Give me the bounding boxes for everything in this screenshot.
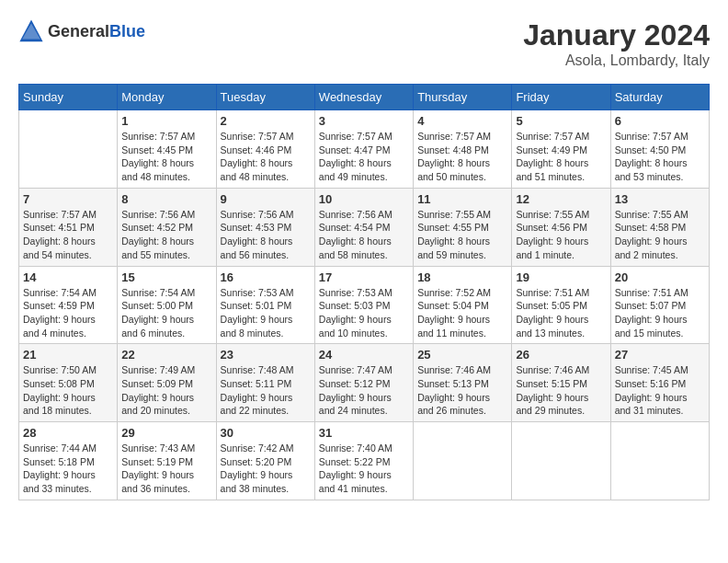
day-number: 3 (319, 114, 409, 128)
calendar-cell: 3Sunrise: 7:57 AMSunset: 4:47 PMDaylight… (314, 110, 413, 189)
day-info: Sunrise: 7:55 AMSunset: 4:56 PMDaylight:… (516, 208, 606, 262)
day-info: Sunrise: 7:55 AMSunset: 4:55 PMDaylight:… (417, 208, 507, 262)
calendar-cell: 10Sunrise: 7:56 AMSunset: 4:54 PMDayligh… (314, 188, 413, 266)
calendar-week-row: 14Sunrise: 7:54 AMSunset: 4:59 PMDayligh… (19, 266, 710, 344)
day-info: Sunrise: 7:44 AMSunset: 5:18 PMDaylight:… (23, 442, 113, 496)
calendar-cell: 16Sunrise: 7:53 AMSunset: 5:01 PMDayligh… (216, 266, 314, 344)
day-number: 1 (121, 114, 211, 128)
day-info: Sunrise: 7:57 AMSunset: 4:49 PMDaylight:… (516, 130, 606, 184)
day-of-week-header: Thursday (414, 85, 512, 110)
calendar-cell: 22Sunrise: 7:49 AMSunset: 5:09 PMDayligh… (118, 344, 216, 422)
day-number: 5 (516, 114, 606, 128)
calendar-cell: 4Sunrise: 7:57 AMSunset: 4:48 PMDaylight… (414, 110, 512, 189)
day-info: Sunrise: 7:42 AMSunset: 5:20 PMDaylight:… (221, 442, 311, 496)
day-info: Sunrise: 7:45 AMSunset: 5:16 PMDaylight:… (615, 363, 705, 418)
day-info: Sunrise: 7:55 AMSunset: 4:58 PMDaylight:… (615, 208, 705, 262)
day-info: Sunrise: 7:46 AMSunset: 5:13 PMDaylight:… (417, 363, 507, 418)
calendar-cell: 29Sunrise: 7:43 AMSunset: 5:19 PMDayligh… (118, 422, 216, 500)
page-header: GeneralBlue January 2024 Asola, Lombardy… (18, 18, 710, 69)
calendar-week-row: 1Sunrise: 7:57 AMSunset: 4:45 PMDaylight… (19, 110, 710, 189)
day-info: Sunrise: 7:51 AMSunset: 5:05 PMDaylight:… (516, 286, 606, 340)
calendar-cell: 13Sunrise: 7:55 AMSunset: 4:58 PMDayligh… (610, 188, 709, 266)
day-number: 23 (221, 348, 311, 362)
day-number: 14 (23, 270, 113, 284)
logo-icon (18, 18, 44, 44)
day-info: Sunrise: 7:54 AMSunset: 5:00 PMDaylight:… (121, 286, 211, 340)
day-info: Sunrise: 7:49 AMSunset: 5:09 PMDaylight:… (121, 363, 211, 418)
day-info: Sunrise: 7:46 AMSunset: 5:15 PMDaylight:… (516, 363, 606, 418)
calendar-cell: 6Sunrise: 7:57 AMSunset: 4:50 PMDaylight… (610, 110, 709, 189)
svg-marker-1 (22, 24, 40, 40)
day-of-week-header: Monday (118, 85, 216, 110)
day-info: Sunrise: 7:40 AMSunset: 5:22 PMDaylight:… (319, 442, 409, 496)
day-number: 15 (121, 270, 211, 284)
day-number: 26 (516, 348, 606, 362)
day-number: 8 (121, 192, 211, 206)
calendar-week-row: 7Sunrise: 7:57 AMSunset: 4:51 PMDaylight… (19, 188, 710, 266)
calendar-cell: 8Sunrise: 7:56 AMSunset: 4:52 PMDaylight… (118, 188, 216, 266)
calendar-cell (19, 110, 118, 189)
day-info: Sunrise: 7:57 AMSunset: 4:46 PMDaylight:… (221, 130, 311, 184)
day-info: Sunrise: 7:54 AMSunset: 4:59 PMDaylight:… (23, 286, 113, 340)
calendar-cell: 15Sunrise: 7:54 AMSunset: 5:00 PMDayligh… (118, 266, 216, 344)
calendar-table: SundayMondayTuesdayWednesdayThursdayFrid… (18, 84, 710, 500)
day-number: 4 (417, 114, 507, 128)
day-number: 9 (221, 192, 311, 206)
day-info: Sunrise: 7:57 AMSunset: 4:51 PMDaylight:… (23, 208, 113, 262)
day-number: 28 (23, 426, 113, 440)
day-info: Sunrise: 7:51 AMSunset: 5:07 PMDaylight:… (615, 286, 705, 340)
calendar-cell: 11Sunrise: 7:55 AMSunset: 4:55 PMDayligh… (414, 188, 512, 266)
day-info: Sunrise: 7:47 AMSunset: 5:12 PMDaylight:… (319, 363, 409, 418)
day-info: Sunrise: 7:50 AMSunset: 5:08 PMDaylight:… (23, 363, 113, 418)
day-info: Sunrise: 7:56 AMSunset: 4:52 PMDaylight:… (121, 208, 211, 262)
day-number: 29 (121, 426, 211, 440)
calendar-cell: 7Sunrise: 7:57 AMSunset: 4:51 PMDaylight… (19, 188, 118, 266)
logo: GeneralBlue (18, 18, 145, 44)
day-info: Sunrise: 7:57 AMSunset: 4:45 PMDaylight:… (121, 130, 211, 184)
calendar-cell: 14Sunrise: 7:54 AMSunset: 4:59 PMDayligh… (19, 266, 118, 344)
day-number: 7 (23, 192, 113, 206)
calendar-cell (414, 422, 512, 500)
logo-text-general: General (48, 22, 109, 40)
day-number: 6 (615, 114, 705, 128)
day-number: 25 (417, 348, 507, 362)
calendar-cell: 23Sunrise: 7:48 AMSunset: 5:11 PMDayligh… (216, 344, 314, 422)
day-number: 30 (221, 426, 311, 440)
day-number: 22 (121, 348, 211, 362)
day-number: 13 (615, 192, 705, 206)
day-of-week-header: Saturday (610, 85, 709, 110)
day-info: Sunrise: 7:52 AMSunset: 5:04 PMDaylight:… (417, 286, 507, 340)
day-info: Sunrise: 7:53 AMSunset: 5:03 PMDaylight:… (319, 286, 409, 340)
calendar-title: January 2024 (523, 18, 710, 52)
calendar-header-row: SundayMondayTuesdayWednesdayThursdayFrid… (19, 85, 710, 110)
day-number: 31 (319, 426, 409, 440)
day-number: 17 (319, 270, 409, 284)
calendar-cell: 17Sunrise: 7:53 AMSunset: 5:03 PMDayligh… (314, 266, 413, 344)
day-of-week-header: Sunday (19, 85, 118, 110)
day-number: 2 (221, 114, 311, 128)
day-number: 18 (417, 270, 507, 284)
calendar-cell (610, 422, 709, 500)
calendar-cell: 9Sunrise: 7:56 AMSunset: 4:53 PMDaylight… (216, 188, 314, 266)
day-number: 21 (23, 348, 113, 362)
calendar-cell: 18Sunrise: 7:52 AMSunset: 5:04 PMDayligh… (414, 266, 512, 344)
day-of-week-header: Wednesday (314, 85, 413, 110)
day-info: Sunrise: 7:48 AMSunset: 5:11 PMDaylight:… (221, 363, 311, 418)
calendar-location: Asola, Lombardy, Italy (523, 52, 710, 69)
calendar-cell: 26Sunrise: 7:46 AMSunset: 5:15 PMDayligh… (512, 344, 610, 422)
calendar-cell: 24Sunrise: 7:47 AMSunset: 5:12 PMDayligh… (314, 344, 413, 422)
calendar-cell: 1Sunrise: 7:57 AMSunset: 4:45 PMDaylight… (118, 110, 216, 189)
day-of-week-header: Tuesday (216, 85, 314, 110)
day-info: Sunrise: 7:57 AMSunset: 4:48 PMDaylight:… (417, 130, 507, 184)
calendar-cell: 28Sunrise: 7:44 AMSunset: 5:18 PMDayligh… (19, 422, 118, 500)
calendar-cell: 20Sunrise: 7:51 AMSunset: 5:07 PMDayligh… (610, 266, 709, 344)
calendar-week-row: 28Sunrise: 7:44 AMSunset: 5:18 PMDayligh… (19, 422, 710, 500)
day-number: 24 (319, 348, 409, 362)
day-info: Sunrise: 7:56 AMSunset: 4:53 PMDaylight:… (221, 208, 311, 262)
calendar-cell: 31Sunrise: 7:40 AMSunset: 5:22 PMDayligh… (314, 422, 413, 500)
day-info: Sunrise: 7:57 AMSunset: 4:50 PMDaylight:… (615, 130, 705, 184)
calendar-cell: 25Sunrise: 7:46 AMSunset: 5:13 PMDayligh… (414, 344, 512, 422)
day-of-week-header: Friday (512, 85, 610, 110)
day-number: 27 (615, 348, 705, 362)
calendar-cell: 30Sunrise: 7:42 AMSunset: 5:20 PMDayligh… (216, 422, 314, 500)
